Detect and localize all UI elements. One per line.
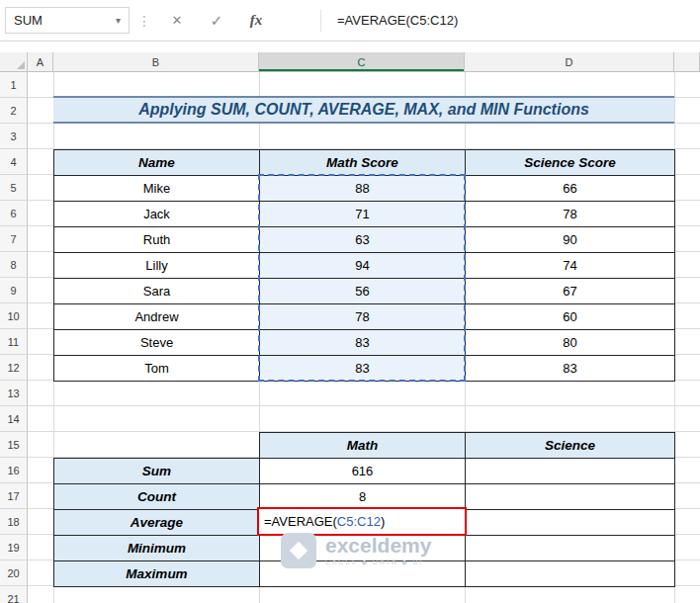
row-header-4[interactable]: 4 — [0, 149, 28, 175]
row-header-18[interactable]: 18 — [0, 509, 28, 535]
cell-C6[interactable]: 71 — [260, 202, 466, 227]
row-header-2[interactable]: 2 — [0, 98, 28, 124]
cell-D17[interactable] — [466, 484, 675, 510]
select-all-corner[interactable] — [0, 52, 28, 72]
cell-D8[interactable]: 74 — [466, 253, 675, 279]
row-header-8[interactable]: 8 — [0, 252, 28, 278]
cell-D19[interactable] — [466, 536, 675, 561]
cell-C9[interactable]: 56 — [260, 279, 466, 304]
enter-icon[interactable]: ✓ — [197, 6, 236, 36]
cell-C11[interactable]: 83 — [260, 330, 466, 356]
formula-bar: SUM ▾ ⋮ ✕ ✓ fx =AVERAGE(C5:C12) — [0, 0, 700, 42]
cell-B18[interactable]: Average — [54, 510, 260, 536]
row-header-21[interactable]: 21 — [0, 586, 28, 603]
excel-window: SUM ▾ ⋮ ✕ ✓ fx =AVERAGE(C5:C12) ABCD 123… — [0, 0, 700, 603]
cell-C17[interactable]: 8 — [260, 484, 466, 510]
col-header-B[interactable]: B — [53, 52, 259, 72]
formula-range-ref: C5:C12 — [337, 514, 381, 529]
row-header-1[interactable]: 1 — [0, 72, 28, 98]
cell-B7[interactable]: Ruth — [54, 227, 260, 253]
cancel-icon[interactable]: ✕ — [157, 6, 197, 36]
cell-C20[interactable] — [260, 561, 466, 587]
cell-B12[interactable]: Tom — [54, 356, 260, 382]
cell-D10[interactable]: 60 — [466, 304, 675, 330]
row-headers: 123456789101112131415161718192021 — [0, 72, 28, 603]
row-header-13[interactable]: 13 — [0, 381, 28, 406]
cell-D7[interactable]: 90 — [466, 227, 675, 253]
column-headers: ABCD — [28, 52, 700, 72]
row-header-12[interactable]: 12 — [0, 355, 28, 381]
cell-D12[interactable]: 83 — [466, 356, 675, 382]
col-header-A[interactable]: A — [28, 52, 53, 72]
row-header-10[interactable]: 10 — [0, 303, 28, 329]
cell-C15[interactable]: Math — [260, 433, 466, 459]
cell-B10[interactable]: Andrew — [54, 304, 260, 330]
cell-B8[interactable]: Lilly — [54, 253, 260, 279]
name-box[interactable]: SUM ▾ — [5, 7, 130, 34]
row-header-15[interactable]: 15 — [0, 432, 28, 458]
name-box-dropdown-icon[interactable]: ▾ — [116, 15, 121, 26]
insert-function-icon[interactable]: fx — [236, 6, 276, 36]
row-header-19[interactable]: 19 — [0, 535, 28, 560]
score-table: NameMath ScoreScience ScoreMike8866Jack7… — [53, 149, 675, 382]
cell-D6[interactable]: 78 — [466, 202, 675, 227]
formula-suffix: ) — [381, 514, 385, 529]
row-header-14[interactable]: 14 — [0, 406, 28, 432]
row-header-6[interactable]: 6 — [0, 201, 28, 226]
cell-C4[interactable]: Math Score — [260, 150, 466, 176]
cell-B16[interactable]: Sum — [54, 459, 260, 484]
row-header-20[interactable]: 20 — [0, 560, 28, 586]
cell-B5[interactable]: Mike — [54, 176, 260, 202]
cell-B4[interactable]: Name — [54, 150, 260, 176]
col-header-partial[interactable] — [674, 52, 700, 72]
cell-B11[interactable]: Steve — [54, 330, 260, 356]
cell-D18[interactable] — [466, 510, 675, 536]
cell-D5[interactable]: 66 — [466, 176, 675, 202]
row-header-11[interactable]: 11 — [0, 329, 28, 355]
cell-D11[interactable]: 80 — [466, 330, 675, 356]
cell-C16[interactable]: 616 — [260, 459, 466, 484]
dots-separator-icon: ⋮ — [137, 13, 151, 29]
cell-C7[interactable]: 63 — [260, 227, 466, 253]
col-header-D[interactable]: D — [465, 52, 674, 72]
cell-D16[interactable] — [466, 459, 675, 484]
sheet-title-cell[interactable]: Applying SUM, COUNT, AVERAGE, MAX, and M… — [53, 96, 674, 124]
row-header-9[interactable]: 9 — [0, 278, 28, 303]
formula-prefix: =AVERAGE( — [264, 514, 337, 529]
row-header-5[interactable]: 5 — [0, 175, 28, 201]
cell-B19[interactable]: Minimum — [54, 536, 260, 561]
row-header-3[interactable]: 3 — [0, 124, 28, 149]
cell-C18-editing[interactable]: =AVERAGE(C5:C12) — [257, 507, 467, 536]
formula-input[interactable]: =AVERAGE(C5:C12) — [337, 13, 458, 28]
row-header-16[interactable]: 16 — [0, 458, 28, 483]
cell-C5[interactable]: 88 — [260, 176, 466, 202]
cell-D20[interactable] — [466, 561, 675, 587]
cells-area: Applying SUM, COUNT, AVERAGE, MAX, and M… — [28, 72, 700, 603]
col-header-C[interactable]: C — [259, 52, 465, 72]
cell-B17[interactable]: Count — [54, 484, 260, 510]
cell-C10[interactable]: 78 — [260, 304, 466, 330]
formula-bar-divider — [320, 10, 321, 32]
row-header-7[interactable]: 7 — [0, 226, 28, 252]
cell-B9[interactable]: Sara — [54, 279, 260, 304]
summary-labels: SumCountAverageMinimumMaximum — [53, 458, 260, 587]
cell-D15[interactable]: Science — [466, 433, 675, 459]
cell-C12[interactable]: 83 — [260, 356, 466, 382]
worksheet: ABCD 123456789101112131415161718192021 A… — [0, 52, 700, 603]
cell-C19[interactable] — [260, 536, 466, 561]
cell-B6[interactable]: Jack — [54, 202, 260, 227]
cell-D9[interactable]: 67 — [466, 279, 675, 304]
cell-D4[interactable]: Science Score — [466, 150, 675, 176]
row-header-17[interactable]: 17 — [0, 483, 28, 509]
cell-C8[interactable]: 94 — [260, 253, 466, 279]
name-box-value: SUM — [14, 13, 43, 28]
cell-B20[interactable]: Maximum — [54, 561, 260, 587]
